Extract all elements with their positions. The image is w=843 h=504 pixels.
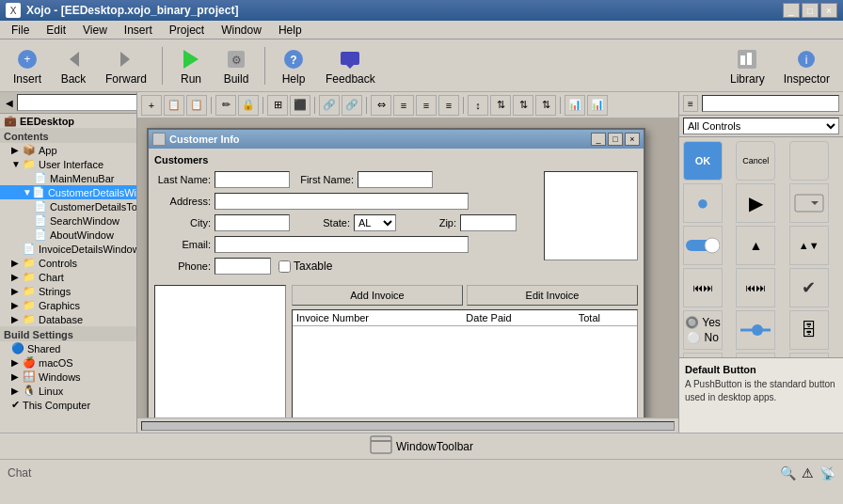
design-canvas[interactable]: Customer Info _ □ × Customers Last Name: — [137, 118, 678, 417]
window-controls[interactable]: _ □ × — [783, 3, 837, 18]
edit-invoice-button[interactable]: Edit Invoice — [467, 285, 638, 306]
rp-toggle-btn[interactable]: ≡ — [683, 95, 698, 112]
tree-database[interactable]: ▶ 📁 Database — [0, 312, 136, 326]
search-status-icon[interactable]: 🔍 — [780, 465, 796, 480]
tree-graphics[interactable]: ▶ 📁 Graphics — [0, 298, 136, 312]
minimize-button[interactable]: _ — [783, 3, 800, 18]
menu-view[interactable]: View — [75, 22, 115, 39]
tree-invoicedetailswindow[interactable]: 📄 InvoiceDetailsWindow — [0, 242, 136, 256]
tb2-resize-v-btn[interactable]: ↕ — [468, 95, 488, 116]
back-button[interactable]: Back — [53, 42, 94, 89]
tb2-valign1-btn[interactable]: ⇅ — [490, 95, 511, 116]
tb2-chart1-btn[interactable]: 📊 — [565, 95, 585, 116]
scroll-track[interactable] — [141, 421, 675, 431]
taxable-checkbox[interactable] — [278, 260, 291, 273]
ctrl-data-grid[interactable]: 🗄 — [789, 310, 829, 350]
tb2-snap-btn[interactable]: ⬛ — [290, 95, 310, 116]
tb2-align3-btn[interactable]: ≡ — [438, 95, 459, 116]
menu-project[interactable]: Project — [162, 22, 212, 39]
ctrl-media-ctrl[interactable]: ⏮⏭ — [683, 268, 723, 307]
tree-app[interactable]: ▶ 📦 App — [0, 143, 136, 157]
ctrl-play-button[interactable]: ▶ — [736, 183, 775, 223]
inspector-button[interactable]: i Inspector — [776, 42, 837, 89]
project-search-input[interactable] — [17, 94, 137, 111]
tree-customerdetailswindow[interactable]: ▼ 📄 CustomerDetailsWindow — [0, 185, 136, 199]
tree-searchwindow[interactable]: 📄 SearchWindow — [0, 213, 136, 228]
customer-list[interactable] — [154, 285, 286, 417]
ctrl-plain-button[interactable] — [789, 141, 829, 181]
email-input[interactable] — [215, 236, 469, 253]
state-select[interactable]: ALAKAZ — [354, 214, 396, 231]
tb2-chart2-btn[interactable]: 📊 — [587, 95, 608, 116]
tree-this-computer[interactable]: ✔ This Computer — [0, 398, 136, 412]
maximize-button[interactable]: □ — [802, 3, 819, 18]
menu-edit[interactable]: Edit — [39, 22, 73, 39]
address-input[interactable] — [215, 193, 469, 210]
ctrl-toggle-switch[interactable] — [683, 226, 723, 265]
tb2-edit-btn[interactable]: ✏ — [215, 95, 236, 116]
insert-button[interactable]: + Insert — [6, 42, 49, 89]
broadcast-status-icon[interactable]: 📡 — [819, 465, 835, 480]
tb2-copy-btn[interactable]: 📋 — [164, 95, 184, 116]
menu-insert[interactable]: Insert — [117, 22, 160, 39]
phone-input[interactable] — [215, 258, 271, 275]
tb2-grid-btn[interactable]: ⊞ — [267, 95, 288, 116]
tree-aboutwindow[interactable]: 📄 AboutWindow — [0, 228, 136, 242]
city-input[interactable] — [215, 214, 290, 231]
cw-window-controls[interactable]: _ □ × — [591, 133, 640, 146]
tb2-valign2-btn[interactable]: ⇅ — [513, 95, 533, 116]
ctrl-radio-group[interactable]: 🔘 Yes⚪ No — [683, 310, 723, 350]
cw-minimize[interactable]: _ — [591, 133, 606, 146]
ctrl-slider[interactable] — [736, 310, 775, 350]
library-button[interactable]: Library — [723, 42, 772, 89]
tree-eedesktop[interactable]: 💼 EEDesktop — [0, 114, 136, 128]
ctrl-scroll-arrows[interactable]: ▲▼ — [789, 226, 829, 265]
zip-input[interactable] — [460, 214, 517, 231]
warning-status-icon[interactable]: ⚠ — [802, 465, 814, 480]
tb2-align2-btn[interactable]: ≡ — [416, 95, 437, 116]
menu-help[interactable]: Help — [271, 22, 310, 39]
tree-linux[interactable]: ▶ 🐧 Linux — [0, 384, 136, 398]
invoice-list[interactable]: Invoice Number Date Paid Total — [292, 309, 638, 417]
controls-category-select[interactable]: All Controls — [683, 118, 839, 134]
ctrl-scroll-up[interactable]: ▲ — [736, 226, 775, 265]
forward-button[interactable]: Forward — [98, 42, 154, 89]
tree-customerdetailstoolbar[interactable]: 📄 CustomerDetailsToolbar — [0, 199, 136, 213]
run-button[interactable]: Run — [170, 42, 212, 89]
tree-macos[interactable]: ▶ 🍎 macOS — [0, 355, 136, 370]
ctrl-media-ctrl2[interactable]: ⏮⏭ — [736, 268, 775, 307]
ctrl-checkbox[interactable]: ✔ — [789, 268, 829, 307]
ctrl-cancel-button[interactable]: Cancel — [736, 141, 775, 181]
tree-shared[interactable]: 🔵 Shared — [0, 341, 136, 355]
tb2-valign3-btn[interactable]: ⇅ — [535, 95, 556, 116]
tb2-link2-btn[interactable]: 🔗 — [342, 95, 362, 116]
tree-mainmenubar[interactable]: 📄 MainMenuBar — [0, 171, 136, 185]
tb2-align1-btn[interactable]: ≡ — [393, 95, 414, 116]
cw-maximize[interactable]: □ — [608, 133, 623, 146]
tb2-add-btn[interactable]: + — [141, 95, 162, 116]
add-invoice-button[interactable]: Add Invoice — [292, 285, 463, 306]
last-name-input[interactable] — [215, 171, 290, 188]
menu-window[interactable]: Window — [214, 22, 269, 39]
tb2-lock-btn[interactable]: 🔒 — [238, 95, 259, 116]
menu-file[interactable]: File — [4, 22, 37, 39]
build-button[interactable]: ⚙ Build — [215, 42, 257, 89]
cw-close[interactable]: × — [625, 133, 640, 146]
tb2-resize-h-btn[interactable]: ⇔ — [371, 95, 391, 116]
ctrl-dropdown[interactable] — [789, 183, 829, 223]
nav-back-icon[interactable]: ◀ — [4, 96, 15, 110]
tb2-link1-btn[interactable]: 🔗 — [319, 95, 340, 116]
horizontal-scrollbar[interactable] — [137, 417, 678, 433]
close-button[interactable]: × — [820, 3, 837, 18]
tree-controls[interactable]: ▶ 📁 Controls — [0, 256, 136, 270]
tb2-paste-btn[interactable]: 📋 — [186, 95, 207, 116]
ctrl-round-button[interactable]: ● — [683, 183, 723, 223]
first-name-input[interactable] — [358, 171, 433, 188]
controls-search-input[interactable] — [702, 95, 839, 112]
help-button[interactable]: ? Help — [273, 42, 314, 89]
tree-windows[interactable]: ▶ 🪟 Windows — [0, 370, 136, 384]
tree-chart[interactable]: ▶ 📁 Chart — [0, 270, 136, 284]
ctrl-ok-button[interactable]: OK — [683, 141, 723, 181]
tree-strings[interactable]: ▶ 📁 Strings — [0, 284, 136, 298]
feedback-button[interactable]: Feedback — [318, 42, 383, 89]
